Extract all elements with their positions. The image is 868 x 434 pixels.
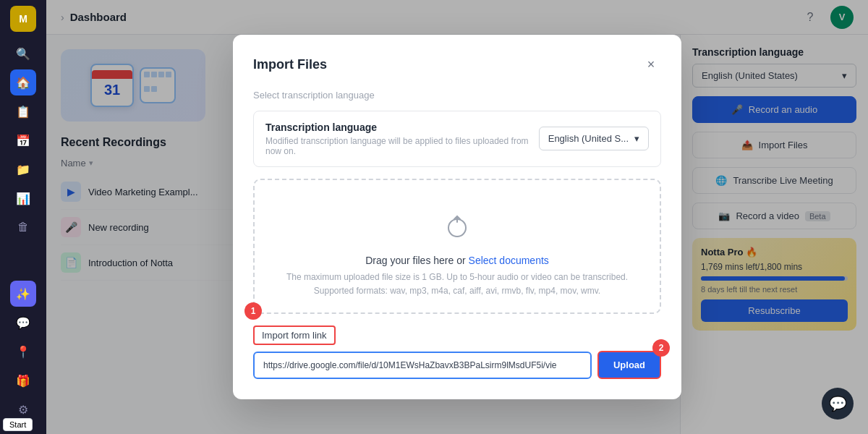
drop-zone-text: Drag your files here or Select documents	[269, 255, 645, 266]
sidebar-item-magic[interactable]: ✨	[10, 281, 36, 307]
upload-cloud-icon	[269, 206, 645, 247]
modal-subtitle: Select transcription language	[253, 90, 661, 101]
sidebar-item-table[interactable]: 📊	[10, 185, 36, 211]
drop-zone[interactable]: Drag your files here or Select documents…	[253, 179, 661, 314]
import-input-row: 2 Upload	[253, 351, 661, 379]
drop-zone-desc-2: Supported formats: wav, mp3, m4a, caf, a…	[269, 284, 645, 298]
import-url-input[interactable]	[253, 352, 592, 379]
transcription-lang-info: Transcription language Modified transcri…	[265, 122, 539, 156]
modal-title: Import Files	[253, 57, 327, 72]
step-badge-2: 2	[652, 339, 670, 357]
sidebar-avatar[interactable]: M	[10, 6, 36, 32]
upload-button[interactable]: Upload	[597, 351, 661, 379]
sidebar-item-gift[interactable]: 🎁	[10, 367, 36, 393]
import-link-section: 1 Import form link 2 Upload	[253, 326, 661, 379]
import-files-modal: Import Files × Select transcription lang…	[233, 35, 681, 399]
modal-chevron-down-icon: ▾	[634, 133, 639, 144]
step-badge-1: 1	[244, 302, 262, 320]
start-button[interactable]: Start	[3, 418, 33, 431]
sidebar-item-folder[interactable]: 📁	[10, 156, 36, 182]
modal-header: Import Files ×	[253, 55, 661, 75]
sidebar-item-recordings[interactable]: 📋	[10, 98, 36, 124]
sidebar-item-calendar[interactable]: 📅	[10, 127, 36, 153]
sidebar-item-home[interactable]: 🏠	[10, 69, 36, 95]
modal-close-button[interactable]: ×	[641, 55, 661, 75]
select-documents-link[interactable]: Select documents	[469, 255, 549, 266]
tl-description: Modified transcription language will be …	[265, 136, 539, 156]
sidebar: M 🔍 🏠 📋 📅 📁 📊 🗑 ✨ 💬 📍 🎁 ⚙	[0, 0, 46, 434]
drop-zone-desc-1: The maximum uploaded file size is 1 GB. …	[269, 271, 645, 284]
sidebar-item-chat[interactable]: 💬	[10, 310, 36, 336]
import-form-link-label: Import form link	[253, 326, 336, 345]
chat-bubble[interactable]: 💬	[822, 388, 854, 420]
modal-overlay: Import Files × Select transcription lang…	[46, 0, 868, 434]
sidebar-item-search[interactable]: 🔍	[10, 41, 36, 67]
modal-language-label: English (United S...	[548, 133, 629, 144]
sidebar-item-pin[interactable]: 📍	[10, 339, 36, 365]
import-label-row: Import form link	[253, 326, 661, 345]
tl-title: Transcription language	[265, 122, 539, 133]
sidebar-item-trash[interactable]: 🗑	[10, 214, 36, 240]
modal-transcription-lang-box: Transcription language Modified transcri…	[253, 111, 661, 167]
modal-language-dropdown[interactable]: English (United S... ▾	[539, 127, 649, 150]
